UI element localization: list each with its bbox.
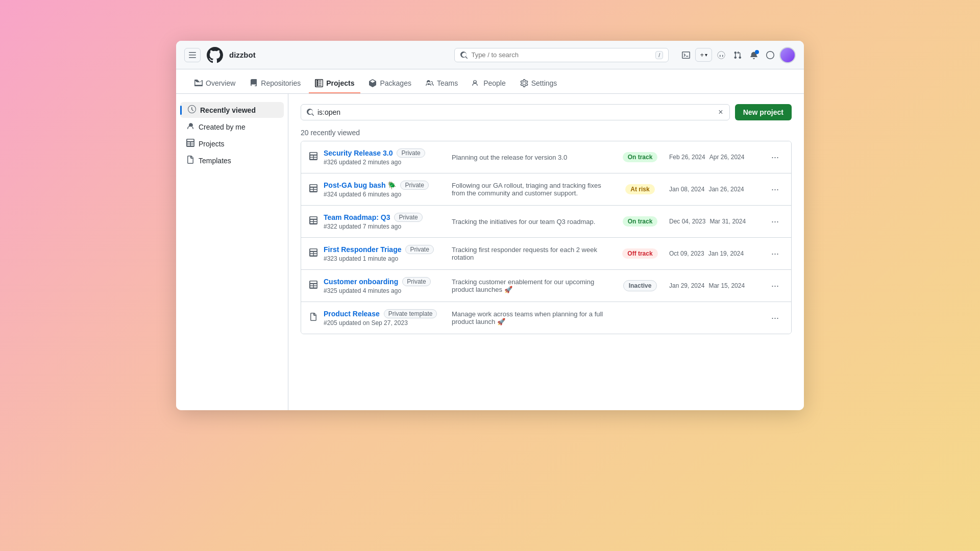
filter-input[interactable] — [317, 108, 714, 116]
project-title-row: Security Release 3.0 Private — [324, 148, 442, 158]
nav-overview-label: Overview — [206, 79, 235, 87]
project-meta: #205 updated on Sep 27, 2023 — [324, 319, 442, 327]
copilot-button[interactable] — [763, 48, 777, 62]
date-start: Jan 29, 2024 — [669, 282, 704, 289]
search-icon — [460, 51, 468, 59]
project-description: Tracking the initiatives for our team Q3… — [448, 218, 611, 226]
nav-item-packages[interactable]: Packages — [362, 74, 417, 93]
project-table-icon — [309, 216, 317, 227]
filter-search-icon — [306, 108, 314, 116]
project-meta: #322 updated 7 minutes ago — [324, 223, 442, 230]
nav-item-overview[interactable]: Overview — [188, 74, 241, 93]
table-row[interactable]: Team Roadmap: Q3 Private #322 updated 7 … — [301, 206, 791, 238]
project-name[interactable]: Post-GA bug bash 🪲 — [324, 181, 396, 189]
date-start: Dec 04, 2023 — [669, 218, 705, 225]
sidebar-item-templates[interactable]: Templates — [180, 153, 284, 168]
search-bar[interactable]: / — [454, 48, 669, 62]
status-pill: Inactive — [623, 280, 657, 291]
status-pill: Off track — [622, 248, 657, 259]
notifications-button[interactable] — [747, 48, 761, 62]
git-pull-request-button[interactable] — [730, 48, 745, 62]
org-name: dizzbot — [229, 51, 256, 59]
project-title-row: Product Release Private template — [324, 309, 442, 318]
project-badge: Private template — [384, 309, 437, 318]
new-project-button[interactable]: New project — [735, 104, 792, 120]
person-icon — [186, 122, 194, 132]
status-pill: On track — [623, 216, 658, 227]
project-badge: Private — [397, 148, 425, 158]
project-table-icon — [309, 152, 317, 162]
project-name[interactable]: First Responder Triage — [324, 245, 401, 254]
project-info: Post-GA bug bash 🪲 Private #324 updated … — [324, 181, 442, 198]
avatar[interactable] — [779, 47, 796, 63]
hamburger-button[interactable] — [184, 48, 201, 62]
project-title-row: First Responder Triage Private — [324, 245, 442, 254]
project-name[interactable]: Product Release — [324, 310, 380, 318]
nav-packages-label: Packages — [380, 79, 411, 87]
nav-item-projects[interactable]: Projects — [309, 74, 360, 93]
more-options-button[interactable]: ··· — [767, 311, 783, 325]
nav-item-people[interactable]: People — [466, 74, 512, 93]
sidebar-item-projects[interactable]: Projects — [180, 136, 284, 152]
date-end: Jan 19, 2024 — [708, 250, 744, 257]
sidebar-item-recently-viewed[interactable]: Recently viewed — [180, 102, 284, 118]
date-start: Jan 08, 2024 — [669, 186, 704, 193]
sidebar-item-created-by-me[interactable]: Created by me — [180, 119, 284, 135]
nav-item-teams[interactable]: Teams — [420, 74, 464, 93]
clear-filter-button[interactable]: × — [717, 108, 724, 117]
projects-area: × New project 20 recently viewed Securit… — [288, 94, 804, 410]
nav-item-settings[interactable]: Settings — [514, 74, 564, 93]
status-badge: Inactive — [617, 280, 663, 291]
project-name[interactable]: Team Roadmap: Q3 — [324, 213, 390, 221]
nav-item-repositories[interactable]: Repositories — [243, 74, 307, 93]
nav-icons: + ▾ — [679, 47, 796, 63]
project-dates: Feb 26, 2024 Apr 26, 2024 — [669, 154, 761, 161]
date-end: Jan 26, 2024 — [708, 186, 744, 193]
date-end: Mar 15, 2024 — [708, 282, 745, 289]
project-info: First Responder Triage Private #323 upda… — [324, 245, 442, 262]
terminal-button[interactable] — [679, 48, 693, 62]
status-badge: On track — [617, 152, 663, 162]
project-badge: Private — [400, 181, 428, 190]
sidebar: Recently viewed Created by me Projects T… — [176, 94, 288, 410]
settings-icon — [520, 79, 528, 87]
more-options-button[interactable]: ··· — [767, 246, 783, 261]
top-nav-bar: dizzbot / + ▾ — [176, 41, 804, 69]
sidebar-templates-label: Templates — [199, 157, 231, 165]
table-row[interactable]: Customer onboarding Private #325 updated… — [301, 270, 791, 302]
create-new-button[interactable]: + ▾ — [695, 48, 712, 62]
table-row[interactable]: First Responder Triage Private #323 upda… — [301, 238, 791, 270]
table-row[interactable]: Product Release Private template #205 up… — [301, 302, 791, 334]
project-meta: #324 updated 6 minutes ago — [324, 191, 442, 198]
status-badge: Off track — [617, 248, 663, 259]
table-row[interactable]: Security Release 3.0 Private #326 update… — [301, 141, 791, 173]
nav-people-label: People — [483, 79, 506, 87]
status-badge: At risk — [617, 184, 663, 194]
more-options-button[interactable]: ··· — [767, 150, 783, 165]
projects-toolbar: × New project — [301, 104, 792, 120]
status-badge: On track — [617, 216, 663, 227]
project-table-icon — [309, 248, 317, 259]
project-info: Team Roadmap: Q3 Private #322 updated 7 … — [324, 213, 442, 230]
more-options-button[interactable]: ··· — [767, 214, 783, 229]
projects-icon — [315, 79, 323, 87]
project-name[interactable]: Security Release 3.0 — [324, 149, 393, 157]
timer-icon-button[interactable] — [714, 48, 728, 62]
more-options-button[interactable]: ··· — [767, 182, 783, 197]
more-options-button[interactable]: ··· — [767, 279, 783, 293]
table-row[interactable]: Post-GA bug bash 🪲 Private #324 updated … — [301, 173, 791, 206]
project-description: Tracking customer enablement for our upc… — [448, 278, 611, 293]
date-start: Feb 26, 2024 — [669, 154, 705, 161]
github-logo[interactable] — [207, 47, 223, 63]
status-pill: At risk — [625, 184, 654, 194]
project-table-icon — [309, 184, 317, 194]
sidebar-recently-viewed-label: Recently viewed — [200, 106, 256, 114]
search-input[interactable] — [471, 51, 652, 59]
recently-viewed-header: 20 recently viewed — [301, 129, 792, 137]
project-title-row: Team Roadmap: Q3 Private — [324, 213, 442, 222]
nav-settings-label: Settings — [531, 79, 557, 87]
nav-repositories-label: Repositories — [261, 79, 301, 87]
project-name[interactable]: Customer onboarding — [324, 278, 398, 286]
filter-input-wrap[interactable]: × — [301, 104, 730, 120]
project-badge: Private — [405, 245, 433, 254]
